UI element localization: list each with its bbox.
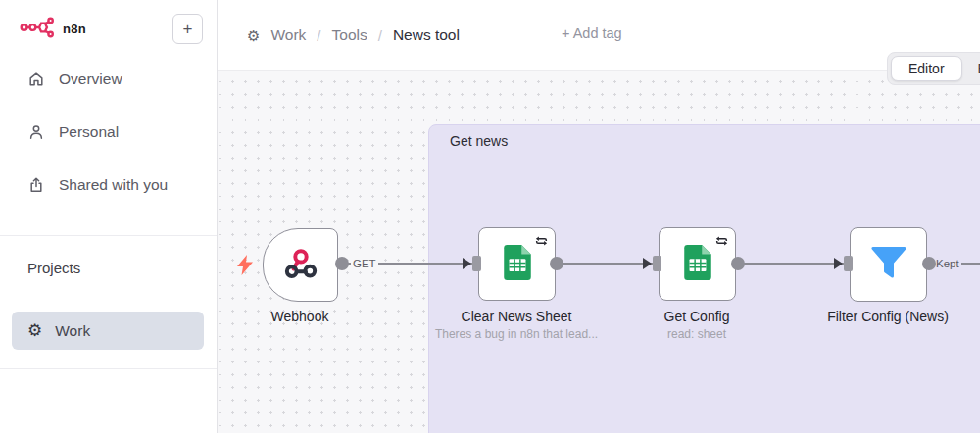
- filter-output-port[interactable]: [922, 257, 936, 270]
- home-icon: [27, 71, 45, 88]
- brand-name: n8n: [63, 22, 86, 36]
- edge-arrow-icon: [463, 258, 471, 269]
- node-webhook[interactable]: [263, 228, 338, 302]
- node-get-config[interactable]: [659, 227, 736, 301]
- project-item-label: Work: [55, 322, 90, 340]
- editor-executions-tabs: Editor Executions: [887, 52, 980, 85]
- edge-arrow-icon: [643, 258, 652, 269]
- clear-sheet-output-port[interactable]: [550, 257, 564, 270]
- edge-config-to-filter: [738, 263, 844, 265]
- sidebar-item-shared-with-you[interactable]: Shared with you: [0, 170, 217, 200]
- breadcrumb-separator: /: [317, 27, 320, 44]
- breadcrumb: ⚙ Work / Tools / News tool: [247, 0, 460, 71]
- gear-icon: ⚙: [27, 322, 42, 339]
- clear-sheet-input-port[interactable]: [472, 256, 481, 271]
- breadcrumb-separator: /: [378, 27, 382, 44]
- repeat-icon: [715, 233, 728, 251]
- plus-icon: +: [183, 20, 193, 39]
- node-filter-config-news[interactable]: [850, 227, 927, 302]
- workflow-canvas[interactable]: Get news GET Kept: [218, 71, 980, 433]
- breadcrumb-folder[interactable]: Tools: [332, 26, 368, 44]
- tab-executions[interactable]: Executions: [968, 57, 980, 80]
- node-label-clear-news-sheet: Clear News Sheet: [462, 309, 572, 324]
- breadcrumb-project[interactable]: Work: [270, 26, 306, 44]
- sidebar-item-label: Personal: [59, 123, 119, 141]
- sidebar-item-overview[interactable]: Overview: [0, 65, 217, 94]
- repeat-icon: [535, 233, 548, 251]
- edge-clear-to-config: [557, 263, 653, 265]
- person-icon: [27, 123, 45, 141]
- webhook-icon: [282, 245, 319, 286]
- google-sheets-icon: [504, 245, 531, 284]
- edge-label-kept: Kept: [934, 257, 961, 270]
- node-subtitle-get-config: read: sheet: [667, 327, 726, 341]
- tab-editor[interactable]: Editor: [891, 56, 962, 81]
- workflow-header: ⚙ Work / Tools / News tool + Add tag: [218, 0, 980, 71]
- trigger-bolt-icon: [237, 255, 254, 279]
- sidebar-nav: Overview Personal Shared with you: [0, 65, 217, 223]
- sidebar-item-personal[interactable]: Personal: [0, 118, 217, 147]
- edge-arrow-icon: [834, 258, 843, 269]
- filter-icon: [870, 246, 907, 283]
- share-icon: [27, 176, 45, 194]
- projects-heading: Projects: [27, 260, 80, 276]
- sidebar-item-work[interactable]: ⚙ Work: [12, 312, 204, 350]
- sidebar-item-label: Shared with you: [59, 176, 168, 194]
- node-label-get-config: Get Config: [664, 309, 730, 324]
- edge-label-get: GET: [351, 257, 378, 270]
- sidebar-divider: [0, 368, 217, 369]
- sidebar: n8n + Overview Personal: [0, 0, 218, 433]
- webhook-output-port[interactable]: [335, 257, 349, 270]
- main-area: ⚙ Work / Tools / News tool + Add tag Edi…: [218, 0, 980, 433]
- new-workflow-button[interactable]: +: [172, 14, 203, 44]
- filter-input-port[interactable]: [844, 256, 853, 271]
- n8n-logo-icon: [20, 14, 55, 43]
- get-config-input-port[interactable]: [653, 256, 662, 271]
- group-title: Get news: [450, 133, 508, 149]
- sidebar-item-label: Overview: [59, 71, 122, 88]
- node-subtitle-clear-news-sheet: Theres a bug in n8n that lead...: [435, 327, 598, 341]
- google-sheets-icon: [684, 245, 711, 284]
- add-tag-button[interactable]: + Add tag: [562, 25, 622, 41]
- gear-icon: ⚙: [247, 28, 260, 43]
- node-clear-news-sheet[interactable]: [478, 227, 556, 301]
- brand: n8n: [20, 14, 86, 43]
- node-label-filter-config: Filter Config (News): [827, 309, 949, 324]
- get-config-output-port[interactable]: [731, 257, 745, 270]
- sidebar-divider: [0, 235, 217, 236]
- node-label-webhook: Webhook: [271, 309, 329, 324]
- workflow-title[interactable]: News tool: [393, 26, 460, 44]
